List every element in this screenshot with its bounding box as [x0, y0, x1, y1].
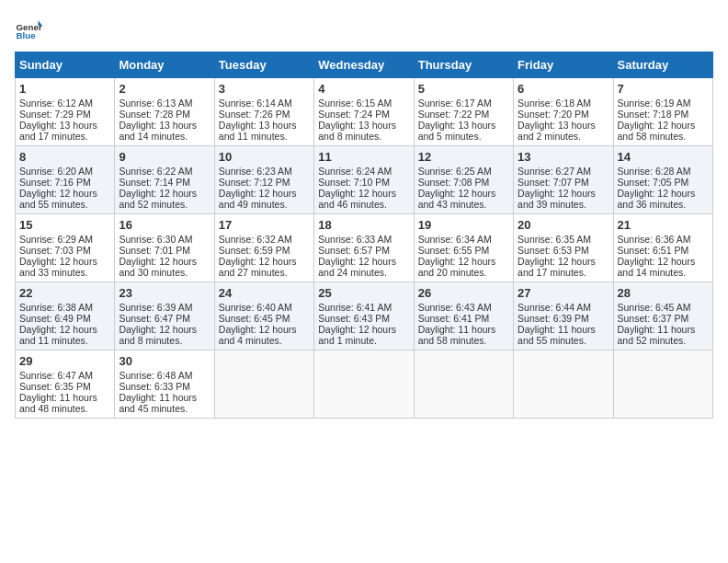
sunrise-text: Sunrise: 6:22 AM — [119, 166, 210, 177]
empty-cell — [414, 350, 513, 419]
sunrise-text: Sunrise: 6:23 AM — [219, 166, 310, 177]
sunrise-text: Sunrise: 6:19 AM — [618, 98, 709, 109]
daylight-text: Daylight: 12 hours and 14 minutes. — [618, 256, 709, 278]
sunset-text: Sunset: 7:10 PM — [318, 177, 409, 188]
sunset-text: Sunset: 7:18 PM — [618, 109, 709, 120]
daylight-text: Daylight: 11 hours and 58 minutes. — [418, 324, 509, 346]
day-number: 18 — [318, 218, 409, 232]
sunrise-text: Sunrise: 6:47 AM — [19, 370, 110, 381]
day-number: 11 — [318, 150, 409, 164]
daylight-text: Daylight: 12 hours and 24 minutes. — [318, 256, 409, 278]
day-number: 19 — [418, 218, 509, 232]
day-number: 8 — [19, 150, 110, 164]
day-number: 6 — [518, 82, 609, 96]
daylight-text: Daylight: 12 hours and 49 minutes. — [219, 188, 310, 210]
sunset-text: Sunset: 7:12 PM — [219, 177, 310, 188]
day-header-friday: Friday — [514, 52, 613, 78]
day-cell-6: 6 Sunrise: 6:18 AM Sunset: 7:20 PM Dayli… — [514, 78, 613, 146]
sunrise-text: Sunrise: 6:20 AM — [19, 166, 110, 177]
daylight-text: Daylight: 11 hours and 45 minutes. — [119, 392, 210, 414]
sunrise-text: Sunrise: 6:29 AM — [19, 234, 110, 245]
sunset-text: Sunset: 6:41 PM — [418, 313, 509, 324]
day-cell-27: 27 Sunrise: 6:44 AM Sunset: 6:39 PM Dayl… — [514, 282, 613, 350]
day-cell-14: 14 Sunrise: 6:28 AM Sunset: 7:05 PM Dayl… — [613, 146, 712, 214]
sunrise-text: Sunrise: 6:43 AM — [418, 302, 509, 313]
sunrise-text: Sunrise: 6:45 AM — [618, 302, 709, 313]
empty-cell — [314, 350, 414, 419]
daylight-text: Daylight: 13 hours and 17 minutes. — [19, 120, 110, 142]
day-cell-18: 18 Sunrise: 6:33 AM Sunset: 6:57 PM Dayl… — [314, 214, 414, 282]
sunset-text: Sunset: 7:20 PM — [518, 109, 609, 120]
daylight-text: Daylight: 12 hours and 20 minutes. — [418, 256, 509, 278]
sunset-text: Sunset: 6:43 PM — [318, 313, 409, 324]
empty-cell — [514, 350, 613, 419]
sunset-text: Sunset: 6:35 PM — [19, 381, 110, 392]
daylight-text: Daylight: 11 hours and 52 minutes. — [618, 324, 709, 346]
sunrise-text: Sunrise: 6:35 AM — [518, 234, 609, 245]
day-cell-28: 28 Sunrise: 6:45 AM Sunset: 6:37 PM Dayl… — [613, 282, 712, 350]
week-row-2: 8 Sunrise: 6:20 AM Sunset: 7:16 PM Dayli… — [16, 146, 713, 214]
header-row: SundayMondayTuesdayWednesdayThursdayFrid… — [16, 52, 713, 78]
daylight-text: Daylight: 12 hours and 43 minutes. — [418, 188, 509, 210]
sunset-text: Sunset: 6:45 PM — [219, 313, 310, 324]
sunset-text: Sunset: 7:26 PM — [219, 109, 310, 120]
day-cell-1: 1 Sunrise: 6:12 AM Sunset: 7:29 PM Dayli… — [16, 78, 115, 146]
sunset-text: Sunset: 6:51 PM — [618, 245, 709, 256]
day-cell-2: 2 Sunrise: 6:13 AM Sunset: 7:28 PM Dayli… — [115, 78, 214, 146]
sunrise-text: Sunrise: 6:24 AM — [318, 166, 409, 177]
sunset-text: Sunset: 7:29 PM — [19, 109, 110, 120]
daylight-text: Daylight: 13 hours and 5 minutes. — [418, 120, 509, 142]
day-number: 24 — [219, 286, 310, 300]
daylight-text: Daylight: 12 hours and 58 minutes. — [618, 120, 709, 142]
sunset-text: Sunset: 6:59 PM — [219, 245, 310, 256]
sunrise-text: Sunrise: 6:34 AM — [418, 234, 509, 245]
day-cell-11: 11 Sunrise: 6:24 AM Sunset: 7:10 PM Dayl… — [314, 146, 414, 214]
day-cell-12: 12 Sunrise: 6:25 AM Sunset: 7:08 PM Dayl… — [414, 146, 513, 214]
week-row-4: 22 Sunrise: 6:38 AM Sunset: 6:49 PM Dayl… — [16, 282, 713, 350]
day-cell-29: 29 Sunrise: 6:47 AM Sunset: 6:35 PM Dayl… — [16, 350, 115, 419]
day-number: 20 — [518, 218, 609, 232]
daylight-text: Daylight: 13 hours and 2 minutes. — [518, 120, 609, 142]
day-cell-22: 22 Sunrise: 6:38 AM Sunset: 6:49 PM Dayl… — [16, 282, 115, 350]
day-cell-4: 4 Sunrise: 6:15 AM Sunset: 7:24 PM Dayli… — [314, 78, 414, 146]
day-header-monday: Monday — [115, 52, 214, 78]
daylight-text: Daylight: 12 hours and 17 minutes. — [518, 256, 609, 278]
day-cell-20: 20 Sunrise: 6:35 AM Sunset: 6:53 PM Dayl… — [514, 214, 613, 282]
sunset-text: Sunset: 6:53 PM — [518, 245, 609, 256]
day-number: 21 — [618, 218, 709, 232]
day-header-tuesday: Tuesday — [214, 52, 313, 78]
sunrise-text: Sunrise: 6:25 AM — [418, 166, 509, 177]
sunrise-text: Sunrise: 6:15 AM — [318, 98, 409, 109]
sunrise-text: Sunrise: 6:38 AM — [19, 302, 110, 313]
sunset-text: Sunset: 6:37 PM — [618, 313, 709, 324]
sunset-text: Sunset: 7:24 PM — [318, 109, 409, 120]
daylight-text: Daylight: 12 hours and 4 minutes. — [219, 324, 310, 346]
day-number: 12 — [418, 150, 509, 164]
sunset-text: Sunset: 7:22 PM — [418, 109, 509, 120]
sunrise-text: Sunrise: 6:33 AM — [318, 234, 409, 245]
daylight-text: Daylight: 12 hours and 11 minutes. — [19, 324, 110, 346]
day-number: 13 — [518, 150, 609, 164]
daylight-text: Daylight: 13 hours and 11 minutes. — [219, 120, 310, 142]
day-number: 25 — [318, 286, 409, 300]
day-cell-16: 16 Sunrise: 6:30 AM Sunset: 7:01 PM Dayl… — [115, 214, 214, 282]
sunrise-text: Sunrise: 6:48 AM — [119, 370, 210, 381]
sunset-text: Sunset: 7:03 PM — [19, 245, 110, 256]
day-cell-19: 19 Sunrise: 6:34 AM Sunset: 6:55 PM Dayl… — [414, 214, 513, 282]
day-cell-17: 17 Sunrise: 6:32 AM Sunset: 6:59 PM Dayl… — [214, 214, 313, 282]
sunset-text: Sunset: 7:08 PM — [418, 177, 509, 188]
logo-icon: General Blue — [15, 15, 42, 42]
week-row-3: 15 Sunrise: 6:29 AM Sunset: 7:03 PM Dayl… — [16, 214, 713, 282]
day-cell-21: 21 Sunrise: 6:36 AM Sunset: 6:51 PM Dayl… — [613, 214, 712, 282]
sunrise-text: Sunrise: 6:13 AM — [119, 98, 210, 109]
sunset-text: Sunset: 6:33 PM — [119, 381, 210, 392]
day-header-thursday: Thursday — [414, 52, 513, 78]
empty-cell — [214, 350, 313, 419]
daylight-text: Daylight: 12 hours and 55 minutes. — [19, 188, 110, 210]
daylight-text: Daylight: 12 hours and 36 minutes. — [618, 188, 709, 210]
sunrise-text: Sunrise: 6:32 AM — [219, 234, 310, 245]
day-number: 22 — [19, 286, 110, 300]
sunset-text: Sunset: 6:49 PM — [19, 313, 110, 324]
day-cell-23: 23 Sunrise: 6:39 AM Sunset: 6:47 PM Dayl… — [115, 282, 214, 350]
daylight-text: Daylight: 12 hours and 46 minutes. — [318, 188, 409, 210]
